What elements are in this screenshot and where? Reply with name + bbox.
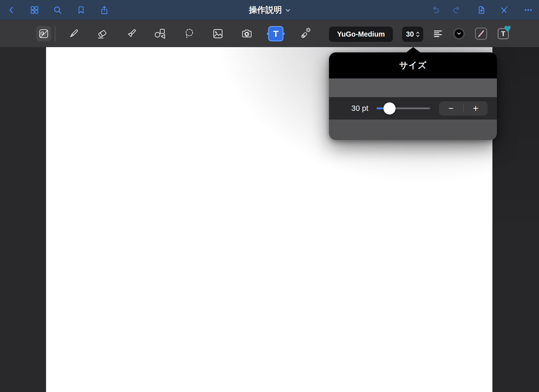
eraser-tool-button[interactable] [95, 27, 109, 41]
lasso-tool-button[interactable] [183, 27, 196, 41]
size-value-label: 30 pt [351, 97, 368, 120]
back-button[interactable] [5, 4, 17, 16]
selection-handle-left [267, 32, 270, 35]
canvas-left-margin [0, 47, 46, 392]
camera-icon [240, 27, 253, 40]
back-chevron-icon [7, 5, 16, 15]
camera-tool-button[interactable] [240, 27, 254, 41]
heart-icon: ♥ [504, 25, 511, 33]
ellipsis-icon [523, 5, 533, 15]
laser-pointer-tool-button[interactable] [298, 27, 311, 41]
increase-size-button[interactable]: + [464, 101, 488, 116]
font-size-button[interactable]: 30 [402, 27, 423, 42]
favorite-text-style-button[interactable]: T ♥ [498, 28, 509, 39]
highlighter-tool-button[interactable] [124, 27, 138, 41]
selection-handle-right [282, 32, 285, 35]
chevron-down-icon [286, 9, 290, 12]
shapes-icon [153, 27, 166, 40]
app-window: 操作説明 [0, 0, 539, 392]
image-tool-button[interactable] [211, 27, 225, 41]
add-page-button[interactable] [475, 4, 487, 16]
font-family-button[interactable]: YuGo-Medium [329, 27, 393, 42]
popover-row-top [329, 78, 497, 97]
redo-icon [452, 5, 462, 15]
share-button[interactable] [98, 4, 110, 16]
size-popover-body: サイズ 30 pt − + [329, 52, 497, 140]
lasso-icon [183, 27, 196, 40]
text-box-border-button[interactable] [475, 28, 487, 40]
text-tool-button[interactable]: T [268, 26, 283, 41]
grid-icon [29, 5, 39, 15]
page-overview-button[interactable] [28, 4, 41, 16]
font-size-value: 30 [406, 30, 414, 38]
text-color-button[interactable] [453, 28, 465, 39]
add-page-icon [476, 5, 486, 15]
font-family-label: YuGo-Medium [337, 30, 385, 38]
slider-thumb[interactable] [383, 102, 396, 115]
image-icon [211, 27, 224, 40]
canvas-right-margin [492, 47, 539, 392]
document-title[interactable]: 操作説明 [247, 0, 292, 20]
bookmark-button[interactable] [75, 4, 87, 16]
pen-tool-button[interactable] [67, 27, 81, 41]
size-stepper: − + [439, 101, 488, 116]
top-navigation-bar: 操作説明 [0, 0, 539, 20]
tool-bar: T YuGo-Medium 30 T ♥ [0, 20, 539, 47]
size-popover: サイズ 30 pt − + [329, 52, 497, 140]
align-left-icon [432, 27, 444, 40]
bookmark-icon [76, 5, 86, 15]
color-chevron-down-icon [457, 32, 461, 35]
popover-row-bottom [329, 120, 497, 140]
search-button[interactable] [52, 4, 64, 16]
shapes-tool-button[interactable] [153, 27, 167, 41]
text-align-button[interactable] [432, 27, 444, 40]
search-icon [53, 5, 63, 15]
diagonal-stroke-icon [476, 28, 486, 40]
laser-pointer-icon [298, 27, 311, 40]
crossed-pencil-icon [499, 5, 509, 15]
more-options-button[interactable] [522, 4, 534, 16]
highlighter-icon [125, 27, 138, 40]
size-slider-row: 30 pt − + [329, 97, 497, 120]
pen-icon [67, 27, 80, 40]
up-down-chevrons-icon [416, 32, 420, 37]
page-panel-button[interactable] [36, 26, 51, 41]
popover-header: サイズ [329, 52, 497, 78]
share-icon [99, 5, 109, 15]
decrease-size-button[interactable]: − [439, 101, 463, 116]
popover-arrow [406, 47, 421, 53]
document-title-label: 操作説明 [249, 4, 282, 16]
undo-button[interactable] [429, 4, 441, 16]
page-panel-icon [37, 27, 50, 40]
size-slider[interactable] [377, 97, 430, 120]
toolbar-divider [55, 26, 55, 41]
text-tool-letter: T [273, 29, 279, 38]
undo-icon [430, 5, 440, 15]
popover-title: サイズ [399, 59, 427, 71]
redo-button[interactable] [451, 4, 463, 16]
eraser-icon [96, 27, 109, 40]
edit-mode-toggle-button[interactable] [498, 4, 510, 16]
